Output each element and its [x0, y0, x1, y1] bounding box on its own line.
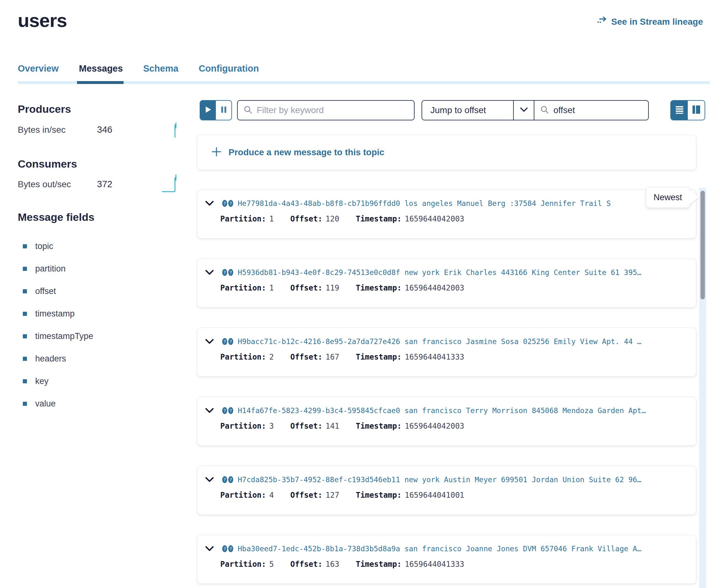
- message-field-label: headers: [35, 354, 66, 364]
- chevron-down-icon[interactable]: [205, 201, 214, 206]
- list-view-button[interactable]: [671, 101, 688, 120]
- bytes-out-sparkline: [162, 174, 181, 194]
- message-row[interactable]: ?? He77981da-4a43-48ab-b8f8-cb71b96ffdd0…: [197, 189, 696, 238]
- tab-bar: Overview Messages Schema Configuration: [18, 63, 259, 82]
- message-meta-line: Partition:1 Offset:119 Timestamp:1659644…: [220, 284, 690, 292]
- message-field-label: offset: [35, 287, 56, 296]
- chevron-down-icon[interactable]: [205, 477, 214, 483]
- message-header-line: ?? Hba30eed7-1edc-452b-8b1a-738d3b5d8a9a…: [205, 545, 690, 553]
- produce-message-button[interactable]: Produce a new message to this topic: [197, 135, 696, 170]
- bullet-square-icon: [23, 402, 27, 406]
- message-field-item[interactable]: headers: [23, 348, 93, 370]
- unknown-glyph-icon: ??: [222, 338, 233, 345]
- timestamp-value: 1659644041333: [405, 353, 464, 361]
- message-field-label: value: [35, 399, 56, 409]
- tab-schema[interactable]: Schema: [143, 63, 179, 82]
- bullet-square-icon: [23, 357, 27, 361]
- bytes-in-value: 346: [97, 125, 112, 135]
- timestamp-label: Timestamp:: [356, 284, 401, 292]
- tab-configuration[interactable]: Configuration: [199, 63, 259, 82]
- chevron-down-icon[interactable]: [205, 408, 214, 414]
- bytes-in-sparkline: [172, 122, 180, 139]
- message-field-label: timestamp: [35, 309, 75, 319]
- message-row[interactable]: ?? H7cda825b-35b7-4952-88ef-c193d546eb11…: [197, 466, 696, 515]
- message-field-item[interactable]: key: [23, 370, 93, 393]
- unknown-glyph-icon: ??: [222, 545, 233, 552]
- message-field-item[interactable]: timestamp: [23, 302, 93, 325]
- partition-label: Partition:: [220, 491, 266, 500]
- search-icon: [540, 105, 549, 115]
- message-preview-text: Hba30eed7-1edc-452b-8b1a-738d3b5d8a9a sa…: [238, 545, 641, 553]
- timestamp-value: 1659644042003: [405, 214, 464, 223]
- select-chevron-button[interactable]: [513, 101, 534, 120]
- pause-button[interactable]: [216, 101, 231, 120]
- partition-value: 1: [269, 284, 274, 292]
- partition-value: 2: [269, 353, 274, 361]
- message-field-item[interactable]: offset: [23, 280, 93, 302]
- plus-icon: [211, 147, 222, 158]
- tab-overview[interactable]: Overview: [18, 63, 59, 82]
- message-fields-list: topicpartitionoffsettimestamptimestampTy…: [23, 235, 93, 415]
- timestamp-value: 1659644042003: [405, 422, 464, 430]
- unknown-glyph-icon: ??: [222, 407, 233, 414]
- message-row[interactable]: ?? H5936db81-b943-4e0f-8c29-74513e0c0d8f…: [197, 258, 696, 308]
- timestamp-value: 1659644042003: [405, 284, 464, 292]
- message-header-line: ?? H14fa67fe-5823-4299-b3c4-595845cfcae0…: [205, 406, 690, 415]
- partition-value: 1: [269, 214, 274, 223]
- produce-message-label: Produce a new message to this topic: [228, 147, 385, 158]
- pause-icon: [221, 106, 227, 115]
- chevron-down-icon[interactable]: [205, 339, 214, 344]
- message-field-item[interactable]: partition: [23, 257, 93, 280]
- bytes-out-label: Bytes out/sec: [18, 179, 97, 189]
- offset-value: 120: [326, 214, 339, 223]
- offset-search-input[interactable]: offset: [534, 101, 648, 120]
- bytes-in-metric: Bytes in/sec 346: [18, 125, 112, 135]
- message-field-item[interactable]: topic: [23, 235, 93, 257]
- offset-label: Offset:: [290, 284, 322, 292]
- bytes-in-label: Bytes in/sec: [18, 125, 97, 135]
- offset-label: Offset:: [290, 422, 322, 430]
- offset-label: Offset:: [290, 491, 322, 500]
- column-view-button[interactable]: [688, 101, 705, 120]
- message-preview-text: H9bacc71c-b12c-4216-8e95-2a7da727e426 sa…: [238, 337, 641, 345]
- message-preview-text: H14fa67fe-5823-4299-b3c4-595845cfcae0 sa…: [238, 406, 646, 415]
- bullet-square-icon: [23, 244, 27, 248]
- message-row[interactable]: ?? H9bacc71c-b12c-4216-8e95-2a7da727e426…: [197, 328, 696, 377]
- bullet-square-icon: [23, 312, 27, 316]
- play-icon: [205, 106, 212, 115]
- timestamp-label: Timestamp:: [356, 353, 401, 361]
- bullet-square-icon: [23, 289, 27, 293]
- scrollbar-thumb[interactable]: [700, 191, 705, 299]
- message-header-line: ?? H5936db81-b943-4e0f-8c29-74513e0c0d8f…: [205, 268, 690, 277]
- message-row[interactable]: ?? Hba30eed7-1edc-452b-8b1a-738d3b5d8a9a…: [197, 535, 696, 584]
- play-pause-toggle: [200, 100, 232, 120]
- partition-label: Partition:: [220, 284, 266, 292]
- filter-keyword-input[interactable]: Filter by keyword: [237, 100, 415, 120]
- message-field-label: key: [35, 376, 48, 386]
- message-row[interactable]: ?? H14fa67fe-5823-4299-b3c4-595845cfcae0…: [197, 397, 696, 446]
- offset-label: Offset:: [290, 214, 322, 223]
- jump-to-offset-group: Jump to offset offset: [421, 100, 649, 120]
- message-header-line: ?? H7cda825b-35b7-4952-88ef-c193d546eb11…: [205, 476, 690, 484]
- timestamp-value: 1659644041333: [405, 560, 464, 569]
- message-preview-text: H7cda825b-35b7-4952-88ef-c193d546eb11 ne…: [238, 476, 641, 484]
- page-title: users: [18, 9, 67, 31]
- partition-label: Partition:: [220, 422, 266, 430]
- stream-lineage-link[interactable]: See in Stream lineage: [597, 17, 703, 27]
- dashed-arrow-icon: [597, 17, 607, 27]
- timestamp-value: 1659644041001: [405, 491, 464, 500]
- message-preview-text: H5936db81-b943-4e0f-8c29-74513e0c0d8f ne…: [238, 268, 641, 277]
- message-field-item[interactable]: timestampType: [23, 325, 93, 348]
- bullet-square-icon: [23, 379, 27, 383]
- message-meta-line: Partition:4 Offset:127 Timestamp:1659644…: [220, 491, 690, 500]
- offset-search-value: offset: [553, 105, 575, 115]
- play-button[interactable]: [200, 101, 216, 120]
- tab-messages[interactable]: Messages: [79, 63, 123, 82]
- message-field-item[interactable]: value: [23, 393, 93, 415]
- unknown-glyph-icon: ??: [222, 476, 233, 483]
- chevron-down-icon[interactable]: [205, 546, 214, 551]
- chevron-down-icon[interactable]: [205, 270, 214, 275]
- stream-lineage-label: See in Stream lineage: [612, 17, 703, 27]
- unknown-glyph-icon: ??: [222, 200, 233, 207]
- jump-to-offset-select[interactable]: Jump to offset: [422, 101, 513, 120]
